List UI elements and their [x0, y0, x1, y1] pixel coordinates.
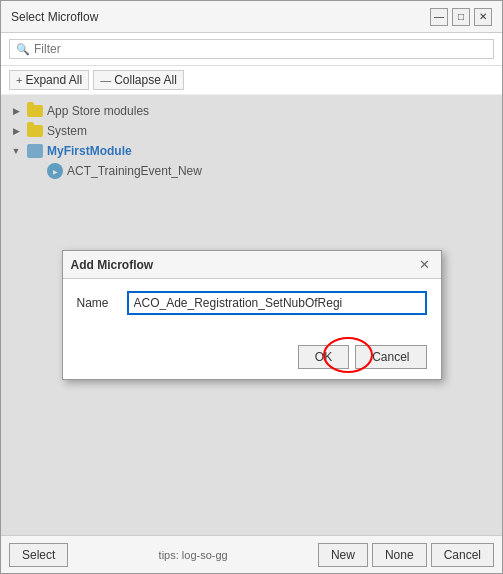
title-bar-left: Select Microflow — [11, 10, 98, 24]
new-button[interactable]: New — [318, 543, 368, 567]
bottom-bar: Select tips: log-so-gg New None Cancel — [1, 535, 502, 573]
ok-button[interactable]: OK — [298, 345, 349, 369]
minimize-button[interactable]: — — [430, 8, 448, 26]
name-label: Name — [77, 296, 117, 310]
modal-footer: OK Cancel — [63, 339, 441, 379]
hint-text: tips: log-so-gg — [72, 549, 314, 561]
modal-cancel-button[interactable]: Cancel — [355, 345, 426, 369]
expand-all-label: Expand All — [25, 73, 82, 87]
search-toolbar: 🔍 — [1, 33, 502, 66]
none-button[interactable]: None — [372, 543, 427, 567]
content-area: ▶ App Store modules ▶ System ▼ MyFirstMo… — [1, 95, 502, 535]
modal-overlay: Add Microflow ✕ Name OK Cancel — [1, 95, 502, 535]
modal-close-button[interactable]: ✕ — [417, 257, 433, 273]
search-box: 🔍 — [9, 39, 494, 59]
title-bar: Select Microflow — □ ✕ — [1, 1, 502, 33]
modal-title-bar: Add Microflow ✕ — [63, 251, 441, 279]
title-controls: — □ ✕ — [430, 8, 492, 26]
cancel-button[interactable]: Cancel — [431, 543, 494, 567]
collapse-all-label: Collapse All — [114, 73, 177, 87]
select-microflow-window: Select Microflow — □ ✕ 🔍 + Expand All — … — [0, 0, 503, 574]
name-input[interactable] — [127, 291, 427, 315]
close-button[interactable]: ✕ — [474, 8, 492, 26]
window-title: Select Microflow — [11, 10, 98, 24]
collapse-all-button[interactable]: — Collapse All — [93, 70, 184, 90]
select-button[interactable]: Select — [9, 543, 68, 567]
form-row-name: Name — [77, 291, 427, 315]
collapse-icon: — — [100, 74, 111, 86]
expand-icon: + — [16, 74, 22, 86]
maximize-button[interactable]: □ — [452, 8, 470, 26]
add-microflow-modal: Add Microflow ✕ Name OK Cancel — [62, 250, 442, 380]
modal-title: Add Microflow — [71, 258, 154, 272]
expand-all-button[interactable]: + Expand All — [9, 70, 89, 90]
action-bar: + Expand All — Collapse All — [1, 66, 502, 95]
search-input[interactable] — [34, 42, 487, 56]
modal-body: Name — [63, 279, 441, 339]
search-icon: 🔍 — [16, 43, 30, 56]
